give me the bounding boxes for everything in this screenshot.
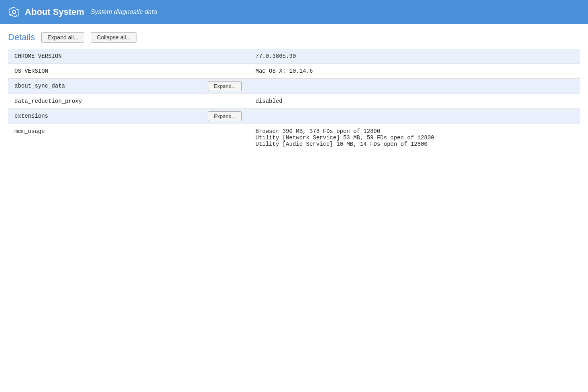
- table-row: data_reduction_proxydisabled: [8, 94, 580, 109]
- collapse-all-button[interactable]: Collapse all...: [91, 32, 136, 43]
- details-section: Details Expand all... Collapse all... CH…: [0, 24, 588, 159]
- table-row: mem_usageBrowser 390 MB, 378 FDs open of…: [8, 124, 580, 152]
- page-subtitle: System diagnostic data: [91, 8, 157, 16]
- expand-all-button[interactable]: Expand all...: [41, 32, 84, 43]
- table-row: OS VERSIONMac OS X: 10.14.6: [8, 64, 580, 79]
- row-expand-cell: [201, 124, 249, 152]
- row-value: 77.0.3865.90: [249, 49, 580, 64]
- row-expand-cell: [201, 94, 249, 109]
- table-row: CHROME VERSION77.0.3865.90: [8, 49, 580, 64]
- row-expand-cell[interactable]: Expand...: [201, 79, 249, 94]
- details-header: Details Expand all... Collapse all...: [8, 32, 580, 43]
- row-expand-cell: [201, 49, 249, 64]
- table-row: about_sync_dataExpand...: [8, 79, 580, 94]
- gear-icon: [8, 6, 20, 18]
- details-label: Details: [8, 32, 35, 43]
- row-value: disabled: [249, 94, 580, 109]
- row-key: data_reduction_proxy: [8, 94, 201, 109]
- row-expand-cell[interactable]: Expand...: [201, 109, 249, 124]
- table-row: extensionsExpand...: [8, 109, 580, 124]
- row-key: about_sync_data: [8, 79, 201, 94]
- expand-button[interactable]: Expand...: [208, 81, 242, 91]
- row-value: [249, 79, 580, 94]
- row-expand-cell: [201, 64, 249, 79]
- row-key: mem_usage: [8, 124, 201, 152]
- expand-button[interactable]: Expand...: [208, 111, 242, 121]
- row-key: OS VERSION: [8, 64, 201, 79]
- row-key: extensions: [8, 109, 201, 124]
- row-value: [249, 109, 580, 124]
- row-value: Mac OS X: 10.14.6: [249, 64, 580, 79]
- data-table: CHROME VERSION77.0.3865.90OS VERSIONMac …: [8, 49, 580, 151]
- row-key: CHROME VERSION: [8, 49, 201, 64]
- header-bar: About System System diagnostic data: [0, 0, 588, 24]
- page-title: About System: [25, 7, 84, 17]
- row-value: Browser 390 MB, 378 FDs open of 12800 Ut…: [249, 124, 580, 152]
